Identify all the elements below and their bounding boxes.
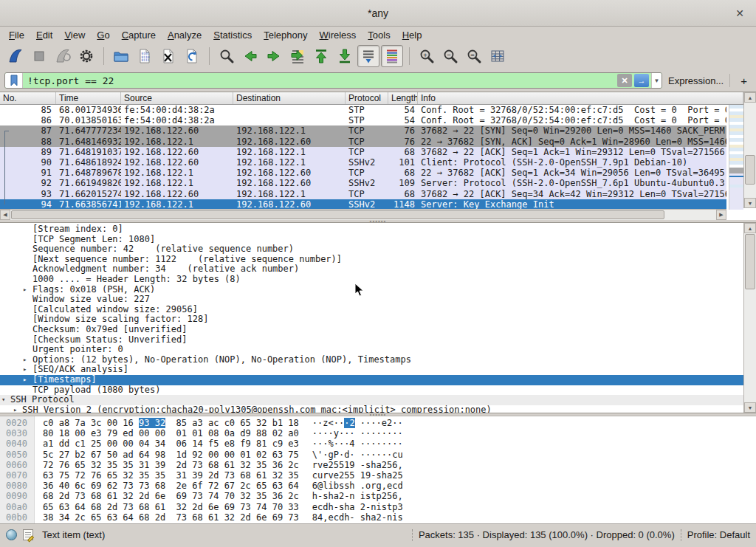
packet-row-86[interactable]: 8670.013850163fe:54:00:d4:38:2aSTP54Conf… (0, 115, 726, 125)
reload-file-button[interactable] (181, 45, 203, 67)
column-header-protocol[interactable]: Protocol (346, 92, 388, 104)
detail-line[interactable]: [Checksum Status: Unverified] (0, 335, 743, 345)
packet-row-93[interactable]: 9371.662015274192.168.122.60192.168.122.… (0, 189, 726, 199)
hex-row-0020[interactable]: 0020c0 a8 7a 3c 00 16 93 32 85 a3 ac c0 … (0, 418, 756, 428)
expand-icon[interactable]: ▸ (23, 355, 27, 365)
menu-wireless[interactable]: Wireless (314, 28, 362, 42)
hex-row-0060[interactable]: 006072 76 65 32 35 35 31 39 2d 73 68 61 … (0, 460, 756, 470)
expand-icon[interactable]: ▸ (23, 285, 27, 295)
expand-icon[interactable]: ▸ (23, 365, 27, 375)
menu-statistics[interactable]: Statistics (207, 28, 258, 42)
filter-value[interactable]: !tcp.port == 22 (23, 75, 617, 86)
details-vscrollbar[interactable]: ▲ ▼ (743, 223, 756, 413)
filter-dropdown-icon[interactable]: ▼ (651, 73, 662, 88)
display-filter-input[interactable]: !tcp.port == 22 ✕ → ▼ (4, 72, 662, 89)
packet-row-90[interactable]: 9071.648618924192.168.122.60192.168.122.… (0, 157, 726, 168)
start-capture-button[interactable] (4, 45, 27, 67)
auto-scroll-button[interactable] (357, 45, 379, 67)
hex-row-0090[interactable]: 009068 2d 73 68 61 32 2d 6e 69 73 74 70 … (0, 491, 756, 501)
filter-clear-icon[interactable]: ✕ (617, 74, 632, 87)
filter-bookmark-icon[interactable] (5, 73, 23, 88)
go-previous-button[interactable] (239, 45, 261, 67)
zoom-reset-button[interactable]: = (463, 45, 485, 67)
menu-help[interactable]: Help (396, 28, 428, 42)
hex-row-0070[interactable]: 007063 75 72 76 65 32 35 35 31 39 2d 73 … (0, 470, 756, 481)
packet-row-94[interactable]: 9471.663856741192.168.122.1192.168.122.6… (0, 199, 726, 210)
scroll-down-icon[interactable]: ▼ (744, 198, 756, 208)
collapse-icon[interactable]: ▾ (1, 395, 5, 405)
expand-icon[interactable]: ▸ (23, 375, 27, 385)
close-file-button[interactable] (157, 45, 179, 67)
go-last-button[interactable] (334, 45, 356, 67)
intelligent-scrollbar-minimap[interactable] (729, 105, 743, 210)
detail-line[interactable]: Acknowledgment number: 34 (relative ack … (0, 264, 743, 275)
column-header-time[interactable]: Time (56, 92, 121, 104)
scroll-left-icon[interactable]: ◀ (0, 210, 10, 220)
scroll-down-icon[interactable]: ▼ (744, 402, 756, 413)
detail-line[interactable]: ▸[Timestamps] (0, 375, 743, 385)
expert-info-icon[interactable] (6, 529, 17, 540)
packet-list-hscrollbar[interactable]: ◀ ▶ (0, 209, 726, 220)
column-header-no[interactable]: No. (0, 92, 56, 104)
go-first-button[interactable] (310, 45, 332, 67)
zoom-out-button[interactable]: − (439, 45, 461, 67)
detail-line[interactable]: TCP payload (1080 bytes) (0, 385, 743, 396)
detail-line[interactable]: [Window size scaling factor: 128] (0, 314, 743, 325)
menu-go[interactable]: Go (91, 28, 115, 42)
colorize-button[interactable] (381, 45, 403, 67)
menu-analyze[interactable]: Analyze (162, 28, 207, 42)
column-header-info[interactable]: Info (418, 92, 743, 104)
detail-line[interactable]: ▾SSH Protocol (0, 395, 743, 405)
hex-row-0040[interactable]: 0040a1 dd c1 25 00 00 04 34 06 14 f5 e8 … (0, 438, 756, 449)
packet-row-88[interactable]: 8871.648146932192.168.122.1192.168.122.6… (0, 137, 726, 147)
column-header-length[interactable]: Length (388, 92, 418, 104)
go-to-packet-button[interactable] (286, 45, 309, 67)
detail-line[interactable]: ▸Options: (12 bytes), No-Operation (NOP)… (0, 355, 743, 365)
scroll-thumb[interactable] (745, 155, 755, 185)
expression-button[interactable]: Expression... (668, 75, 724, 86)
packet-row-92[interactable]: 9271.661949820192.168.122.1192.168.122.6… (0, 178, 726, 188)
resize-columns-button[interactable] (487, 45, 509, 67)
scroll-thumb[interactable] (745, 234, 755, 289)
packet-row-85[interactable]: 8568.001734936fe:54:00:d4:38:2aSTP54Conf… (0, 105, 726, 115)
column-header-destination[interactable]: Destination (233, 92, 346, 104)
packet-row-87[interactable]: 8771.647777234192.168.122.60192.168.122.… (0, 125, 726, 136)
packet-row-89[interactable]: 8971.648191037192.168.122.60192.168.122.… (0, 147, 726, 157)
go-next-button[interactable] (263, 45, 285, 67)
capture-comment-icon[interactable] (23, 529, 33, 540)
detail-line[interactable]: Sequence number: 42 (relative sequence n… (0, 244, 743, 255)
column-header-source[interactable]: Source (121, 92, 233, 104)
scroll-up-icon[interactable]: ▲ (744, 92, 756, 103)
hex-row-0080[interactable]: 008036 40 6c 69 62 73 73 68 2e 6f 72 67 … (0, 481, 756, 491)
detail-line[interactable]: 1000 .... = Header Length: 32 bytes (8) (0, 275, 743, 285)
detail-line[interactable]: Urgent pointer: 0 (0, 345, 743, 355)
add-filter-button[interactable]: + (736, 75, 752, 87)
detail-line[interactable]: [Next sequence number: 1122 (relative se… (0, 255, 743, 265)
detail-line[interactable]: [Calculated window size: 29056] (0, 305, 743, 315)
close-icon[interactable]: ✕ (732, 6, 747, 21)
zoom-in-button[interactable]: + (416, 45, 438, 67)
packet-list-vscrollbar[interactable]: ▲ ▼ (743, 92, 756, 208)
menu-tools[interactable]: Tools (362, 28, 396, 42)
scroll-up-icon[interactable]: ▲ (744, 223, 756, 233)
detail-line[interactable]: Checksum: 0x79ed [unverified] (0, 325, 743, 335)
restart-capture-button[interactable] (52, 45, 74, 67)
capture-options-button[interactable] (75, 45, 97, 67)
detail-line[interactable]: [TCP Segment Len: 1080] (0, 235, 743, 245)
hex-row-00b0[interactable]: 00b038 34 2c 65 63 64 68 2d 73 68 61 32 … (0, 512, 756, 523)
scroll-thumb[interactable] (11, 210, 664, 219)
menu-edit[interactable]: Edit (30, 28, 58, 42)
detail-line[interactable]: [Stream index: 0] (0, 224, 743, 235)
filter-apply-icon[interactable]: → (634, 74, 649, 87)
save-file-button[interactable]: 010101100111 (134, 45, 156, 67)
menu-telephony[interactable]: Telephony (258, 28, 313, 42)
stop-capture-button[interactable] (28, 45, 50, 67)
scroll-right-icon[interactable]: ▶ (716, 210, 726, 220)
profile-text[interactable]: Profile: Default (687, 529, 750, 540)
expand-icon[interactable]: ▸ (13, 405, 17, 413)
hex-row-00a0[interactable]: 00a065 63 64 68 2d 73 68 61 32 2d 6e 69 … (0, 502, 756, 512)
detail-line[interactable]: ▸[SEQ/ACK analysis] (0, 365, 743, 375)
menu-file[interactable]: File (3, 28, 30, 42)
packet-row-91[interactable]: 9171.648789678192.168.122.1192.168.122.6… (0, 168, 726, 178)
menu-view[interactable]: View (58, 28, 91, 42)
